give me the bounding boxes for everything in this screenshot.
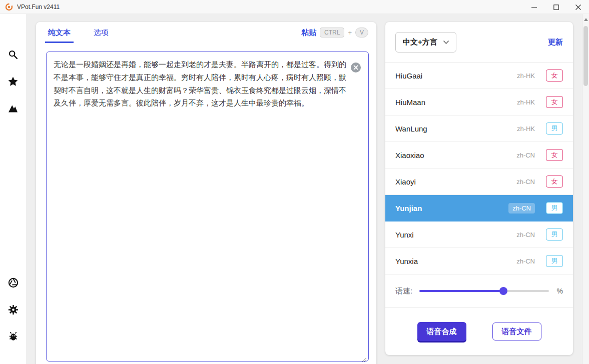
mountain-icon[interactable] — [7, 102, 20, 115]
voice-name: HiuMaan — [395, 98, 517, 106]
maximize-button[interactable] — [545, 0, 567, 14]
tab-options[interactable]: 选项 — [91, 23, 112, 43]
speed-slider-thumb[interactable] — [499, 287, 507, 295]
voice-locale: zh-CN — [516, 258, 535, 265]
voice-row[interactable]: Xiaoxiao zh-CN 女 — [385, 142, 573, 168]
titlebar: VPot.Fun v2411 — [0, 0, 589, 14]
scroll-up-icon[interactable] — [582, 16, 589, 23]
voice-name: Yunxia — [395, 257, 516, 266]
voice-locale: zh-HK — [517, 72, 535, 80]
clear-text-icon[interactable] — [351, 62, 361, 72]
paste-cluster: 粘贴 CTRL + V — [301, 22, 368, 43]
voice-row[interactable]: Yunxia zh-CN 男 — [385, 248, 573, 274]
voice-locale: zh-HK — [517, 98, 535, 106]
voice-row[interactable]: Yunjian zh-CN 男 — [385, 195, 573, 222]
voice-file-button[interactable]: 语音文件 — [492, 322, 541, 340]
synthesize-button[interactable]: 语音合成 — [417, 322, 466, 341]
voice-locale: zh-CN — [508, 203, 535, 214]
aperture-icon[interactable] — [7, 276, 20, 289]
refresh-link[interactable]: 更新 — [548, 38, 563, 47]
voice-gender-badge: 女 — [546, 96, 563, 108]
voice-gender-badge: 女 — [546, 70, 563, 82]
star-icon[interactable] — [7, 75, 20, 88]
voice-gender-badge: 女 — [546, 149, 563, 161]
voice-locale: zh-CN — [516, 231, 535, 238]
voice-gender-badge: 男 — [546, 202, 563, 214]
voice-locale: zh-CN — [516, 152, 535, 159]
voice-gender-badge: 男 — [546, 255, 563, 267]
voice-list: HiuGaai zh-HK 女 HiuMaan zh-HK 女 WanLung … — [385, 62, 573, 274]
language-select[interactable]: 中文+方言 — [395, 32, 456, 52]
voice-locale: zh-CN — [516, 178, 535, 186]
chevron-down-icon — [443, 40, 449, 44]
window-controls — [523, 0, 589, 14]
editor-card: 纯文本 选项 粘贴 CTRL + V 无论是一段婚姻还是再婚，能够一起走到老的才… — [36, 22, 376, 364]
voice-gender-badge: 女 — [546, 176, 563, 188]
speed-slider-fill — [419, 290, 503, 292]
voice-name: WanLung — [395, 124, 517, 133]
voice-name: Yunjian — [395, 204, 508, 212]
gear-icon[interactable] — [7, 303, 20, 316]
speed-slider[interactable] — [419, 287, 548, 295]
tab-plain-text[interactable]: 纯文本 — [45, 23, 74, 43]
v-key-badge: V — [355, 28, 368, 38]
voice-name: Xiaoyi — [395, 178, 516, 186]
voice-name: Xiaoxiao — [395, 151, 516, 160]
ctrl-key-badge: CTRL — [320, 28, 344, 38]
paste-button[interactable]: 粘贴 — [301, 28, 316, 38]
app-logo-icon — [5, 3, 13, 11]
plus-sign: + — [348, 29, 352, 36]
voice-gender-badge: 男 — [546, 122, 563, 134]
minimize-button[interactable] — [523, 0, 545, 14]
voice-row[interactable]: Yunxi zh-CN 男 — [385, 222, 573, 248]
voice-gender-badge: 男 — [546, 228, 563, 240]
voice-panel-header: 中文+方言 更新 — [385, 22, 573, 62]
voice-panel-card: 中文+方言 更新 HiuGaai zh-HK 女 HiuMaan zh-HK 女… — [385, 22, 573, 355]
text-input[interactable]: 无论是一段婚姻还是再婚，能够一起走到老的才是夫妻。半路离开的，都是过客。得到的不… — [46, 52, 369, 362]
action-buttons-row: 语音合成 语音文件 — [385, 308, 573, 355]
window-scrollbar[interactable] — [582, 14, 589, 364]
window-title: VPot.Fun v2411 — [17, 4, 60, 10]
editor-tabbar: 纯文本 选项 粘贴 CTRL + V — [36, 22, 376, 43]
voice-row[interactable]: Xiaoyi zh-CN 女 — [385, 168, 573, 195]
bug-icon[interactable] — [7, 330, 20, 343]
content-area: 纯文本 选项 粘贴 CTRL + V 无论是一段婚姻还是再婚，能够一起走到老的才… — [26, 14, 582, 364]
speed-label: 语速: — [395, 286, 412, 296]
speed-row: 语速: % — [385, 274, 573, 308]
scrollbar-thumb[interactable] — [583, 26, 588, 86]
resize-handle-icon[interactable] — [361, 355, 366, 360]
voice-name: Yunxi — [395, 230, 516, 239]
language-select-value: 中文+方言 — [403, 38, 437, 47]
voice-row[interactable]: WanLung zh-HK 男 — [385, 116, 573, 142]
voice-locale: zh-HK — [517, 125, 535, 132]
search-icon[interactable] — [7, 48, 20, 61]
voice-name: HiuGaai — [395, 72, 517, 80]
voice-row[interactable]: HiuGaai zh-HK 女 — [385, 62, 573, 89]
sidebar — [0, 14, 26, 364]
textarea-wrapper: 无论是一段婚姻还是再婚，能够一起走到老的才是夫妻。半路离开的，都是过客。得到的不… — [46, 52, 369, 364]
close-button[interactable] — [567, 0, 589, 14]
speed-unit: % — [557, 287, 563, 295]
voice-row[interactable]: HiuMaan zh-HK 女 — [385, 89, 573, 116]
